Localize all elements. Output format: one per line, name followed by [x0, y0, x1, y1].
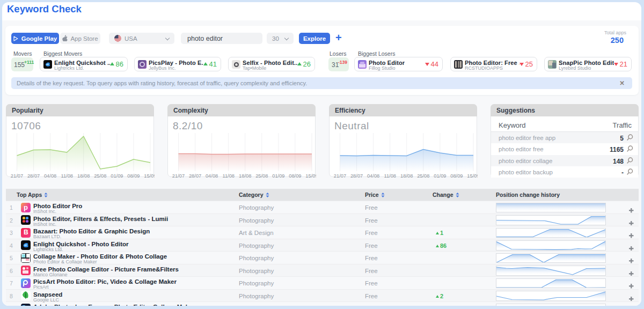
svg-text:21/07: 21/07: [172, 173, 185, 179]
svg-text:15/09: 15/09: [305, 173, 316, 179]
svg-text:04/08: 04/08: [367, 173, 379, 179]
svg-text:21/07: 21/07: [334, 173, 346, 179]
svg-text:18/08: 18/08: [239, 173, 251, 179]
svg-text:18/08: 18/08: [400, 173, 413, 179]
svg-text:11/08: 11/08: [384, 173, 396, 179]
svg-text:08/09: 08/09: [289, 173, 301, 179]
svg-text:25/08: 25/08: [255, 173, 268, 179]
svg-text:04/08: 04/08: [206, 173, 218, 179]
svg-text:08/09: 08/09: [127, 173, 140, 179]
svg-text:25/08: 25/08: [417, 173, 429, 179]
svg-text:28/07: 28/07: [189, 173, 201, 179]
svg-text:21/07: 21/07: [11, 173, 23, 179]
svg-text:28/07: 28/07: [350, 173, 363, 179]
svg-text:28/07: 28/07: [27, 173, 40, 179]
svg-text:01/09: 01/09: [272, 173, 284, 179]
svg-text:04/08: 04/08: [44, 173, 56, 179]
svg-text:01/09: 01/09: [111, 173, 123, 179]
svg-text:08/09: 08/09: [450, 173, 463, 179]
svg-text:25/08: 25/08: [94, 173, 106, 179]
svg-text:01/09: 01/09: [434, 173, 446, 179]
svg-text:11/08: 11/08: [61, 173, 73, 179]
svg-text:15/09: 15/09: [144, 173, 155, 179]
svg-text:11/08: 11/08: [222, 173, 235, 179]
svg-text:15/09: 15/09: [467, 173, 478, 179]
svg-text:18/08: 18/08: [77, 173, 90, 179]
